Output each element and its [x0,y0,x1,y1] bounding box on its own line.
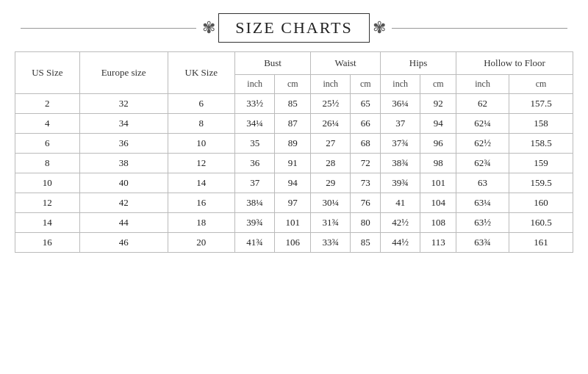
table-cell: 108 [420,213,456,233]
waist-cm: cm [351,75,381,94]
header-deco-right: ✾ [370,18,386,37]
table-cell: 40 [79,173,168,193]
table-cell: 87 [275,114,311,134]
table-cell: 39¾ [235,213,275,233]
table-cell: 37 [235,173,275,193]
table-cell: 63½ [456,213,509,233]
table-cell: 76 [351,193,381,213]
table-cell: 89 [275,134,311,154]
table-cell: 92 [420,94,456,114]
table-cell: 37¾ [380,134,420,154]
table-cell: 6 [15,134,80,154]
size-chart-table: US Size Europe size UK Size Bust Waist H… [15,51,573,253]
table-cell: 98 [420,154,456,173]
table-cell: 28 [311,154,351,173]
table-cell: 38¼ [235,193,275,213]
table-cell: 106 [275,233,311,253]
table-cell: 35 [235,134,275,154]
table-cell: 96 [420,134,456,154]
htf-inch: inch [456,75,509,94]
table-cell: 72 [351,154,381,173]
table-cell: 85 [351,233,381,253]
table-cell: 36 [79,134,168,154]
col-bust: Bust [235,52,311,75]
table-cell: 44 [79,213,168,233]
table-row: 16462041¾10633¾8544½11363¾161 [15,233,573,253]
table-cell: 41¾ [235,233,275,253]
col-eu-size: Europe size [79,52,168,94]
hips-cm: cm [420,75,456,94]
header-deco-left: ✾ [202,18,218,37]
table-cell: 157.5 [509,94,573,114]
table-cell: 94 [420,114,456,134]
table-cell: 26¼ [311,114,351,134]
table-cell: 38¾ [380,154,420,173]
table-cell: 63 [456,173,509,193]
table-cell: 20 [168,233,234,253]
table-cell: 36¼ [380,94,420,114]
table-cell: 16 [168,193,234,213]
table-cell: 62¼ [456,114,509,134]
table-cell: 34 [79,114,168,134]
table-row: 636103589276837¾9662½158.5 [15,134,573,154]
table-cell: 41 [380,193,420,213]
table-cell: 62¾ [456,154,509,173]
table-cell: 12 [15,193,80,213]
table-cell: 159 [509,154,573,173]
table-cell: 63¾ [456,233,509,253]
table-cell: 66 [351,114,381,134]
col-hips: Hips [380,52,456,75]
table-cell: 85 [275,94,311,114]
table-cell: 16 [15,233,80,253]
header-title: SIZE CHARTS [218,13,369,43]
bust-cm: cm [275,75,311,94]
hips-inch: inch [380,75,420,94]
bust-inch: inch [235,75,275,94]
page: ✾ SIZE CHARTS ✾ US Size Europe size UK S… [0,0,588,374]
table-cell: 4 [15,114,80,134]
table-cell: 101 [275,213,311,233]
table-cell: 63¼ [456,193,509,213]
col-us-size: US Size [15,52,80,94]
header: ✾ SIZE CHARTS ✾ [15,7,573,51]
table-cell: 113 [420,233,456,253]
table-cell: 159.5 [509,173,573,193]
table-cell: 73 [351,173,381,193]
table-cell: 42 [79,193,168,213]
table-cell: 158 [509,114,573,134]
table-row: 232633½8525½6536¼9262157.5 [15,94,573,114]
table-cell: 94 [275,173,311,193]
table-cell: 158.5 [509,134,573,154]
col-uk-size: UK Size [168,52,234,94]
table-cell: 160.5 [509,213,573,233]
table-cell: 34¼ [235,114,275,134]
col-waist: Waist [311,52,381,75]
table-cell: 10 [168,134,234,154]
table-cell: 62 [456,94,509,114]
table-cell: 30¼ [311,193,351,213]
header-line-left [21,28,196,29]
table-cell: 6 [168,94,234,114]
table-cell: 68 [351,134,381,154]
table-cell: 27 [311,134,351,154]
table-cell: 33½ [235,94,275,114]
table-cell: 25½ [311,94,351,114]
table-cell: 33¾ [311,233,351,253]
table-cell: 44½ [380,233,420,253]
table-row: 838123691287238¾9862¾159 [15,154,573,173]
col-hollow-to-floor: Hollow to Floor [456,52,573,75]
table-cell: 2 [15,94,80,114]
table-cell: 31¾ [311,213,351,233]
table-row: 12421638¼9730¼764110463¼160 [15,193,573,213]
table-cell: 10 [15,173,80,193]
table-cell: 8 [15,154,80,173]
table-cell: 91 [275,154,311,173]
table-cell: 46 [79,233,168,253]
table-cell: 14 [168,173,234,193]
table-cell: 36 [235,154,275,173]
table-cell: 80 [351,213,381,233]
table-cell: 14 [15,213,80,233]
table-cell: 42½ [380,213,420,233]
table-row: 434834¼8726¼66379462¼158 [15,114,573,134]
table-cell: 32 [79,94,168,114]
